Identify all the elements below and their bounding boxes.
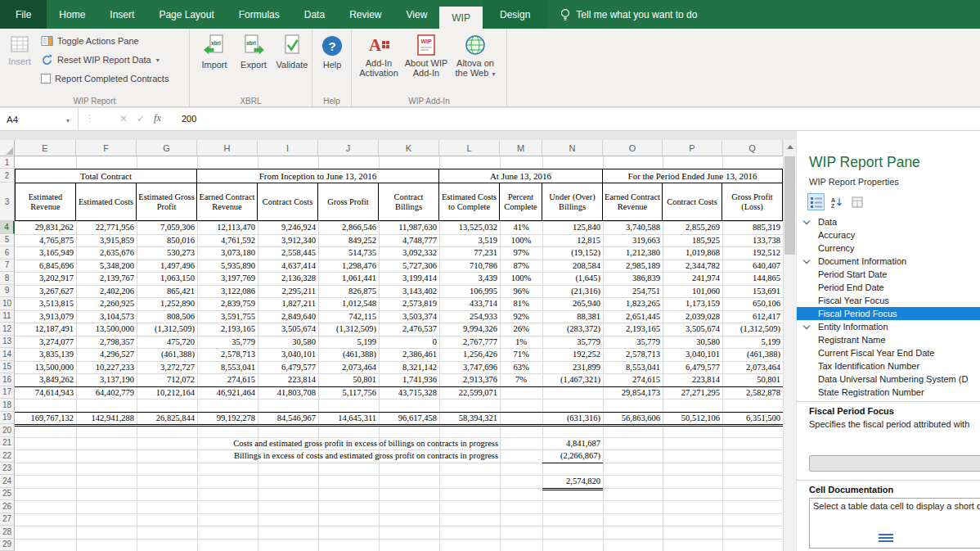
- cell-K8[interactable]: 3,199,414: [379, 272, 439, 285]
- cell-J16[interactable]: 50,801: [318, 373, 379, 386]
- cell-I6[interactable]: 2,558,445: [258, 246, 318, 260]
- cell-I9[interactable]: 2,295,211: [258, 285, 318, 298]
- column-header-F[interactable]: F: [76, 140, 137, 156]
- cell-H13[interactable]: 35,779: [197, 336, 258, 349]
- toggle-actions-pane-button[interactable]: Toggle Actions Pane: [41, 34, 139, 48]
- cell-O19[interactable]: 56,863,606: [603, 412, 663, 425]
- cell-G14[interactable]: (461,388): [137, 348, 197, 361]
- reset-wip-report-data-button[interactable]: Reset WIP Report Data ▾: [41, 52, 160, 67]
- cell-N22[interactable]: (2,266,867): [542, 449, 603, 463]
- cell-M6[interactable]: 97%: [500, 246, 542, 260]
- row-header-28[interactable]: 28: [0, 526, 15, 539]
- tree-item-current-fiscal-year-end-date[interactable]: Current Fiscal Year End Date: [797, 346, 980, 359]
- cell-J4[interactable]: 2,866,546: [318, 221, 379, 234]
- column-header-L[interactable]: L: [439, 140, 500, 156]
- row-header-24[interactable]: 24: [0, 475, 15, 488]
- cell-M5[interactable]: 100%: [500, 234, 542, 247]
- row-header-27[interactable]: 27: [0, 513, 15, 526]
- cell-P15[interactable]: 6,479,577: [663, 361, 722, 374]
- cell-L13[interactable]: 2,767,777: [439, 336, 500, 349]
- cell-P19[interactable]: 50,512,106: [663, 412, 722, 425]
- cell-N12[interactable]: (283,372): [542, 323, 603, 336]
- row-header-17[interactable]: 17: [0, 386, 15, 400]
- cell-K11[interactable]: 3,503,374: [379, 310, 439, 323]
- cell-P16[interactable]: 223,814: [663, 373, 722, 386]
- row-header-21[interactable]: 21: [0, 437, 15, 450]
- tree-category-document-information[interactable]: Document Information: [797, 255, 980, 268]
- cell-I7[interactable]: 4,637,414: [258, 260, 318, 273]
- tree-item-registrant-name[interactable]: Registrant Name: [797, 333, 980, 346]
- row-header-3[interactable]: 3: [0, 183, 15, 221]
- cell-K10[interactable]: 2,573,819: [379, 297, 439, 310]
- cell-E19[interactable]: 169,767,132: [15, 412, 76, 425]
- tree-item-currency[interactable]: Currency: [797, 242, 980, 255]
- tree-item-period-start-date[interactable]: Period Start Date: [797, 268, 980, 281]
- tell-me-box[interactable]: Tell me what you want to do: [560, 0, 697, 29]
- cell-J13[interactable]: 5,199: [318, 336, 379, 349]
- cell-I5[interactable]: 3,912,340: [258, 234, 318, 247]
- cell-I12[interactable]: 3,505,674: [258, 323, 318, 336]
- row-header-10[interactable]: 10: [0, 297, 15, 310]
- chevron-down-icon[interactable]: [803, 322, 810, 328]
- vertical-scrollbar[interactable]: [783, 140, 796, 551]
- cell-L11[interactable]: 254,933: [439, 310, 500, 323]
- cell-F12[interactable]: 13,500,000: [76, 323, 137, 336]
- cell-F8[interactable]: 2,139,767: [76, 272, 137, 285]
- column-header-K[interactable]: K: [379, 140, 439, 156]
- cell-I13[interactable]: 30,580: [258, 336, 318, 349]
- cell-H14[interactable]: 2,578,713: [197, 348, 258, 361]
- cell-O9[interactable]: 254,751: [603, 285, 663, 298]
- column-header-G[interactable]: G: [137, 140, 197, 156]
- cell-M13[interactable]: 1%: [500, 336, 542, 349]
- about-wip-addin-button[interactable]: WIP About WIP Add-In: [403, 32, 449, 94]
- cell-E10[interactable]: 3,513,815: [15, 297, 76, 310]
- cell-K12[interactable]: 2,476,537: [379, 323, 439, 336]
- tab-view[interactable]: View: [394, 0, 440, 29]
- cell-G15[interactable]: 3,272,727: [137, 361, 197, 374]
- row-header-6[interactable]: 6: [0, 246, 15, 260]
- cell-G4[interactable]: 7,059,306: [137, 221, 197, 234]
- cell-F15[interactable]: 10,227,233: [76, 361, 137, 374]
- cell-K13[interactable]: 0: [379, 336, 439, 349]
- row-header-23[interactable]: 23: [0, 463, 15, 476]
- row-header-7[interactable]: 7: [0, 260, 15, 273]
- import-button[interactable]: xbrl Import: [196, 32, 232, 94]
- cell-J17[interactable]: 5,117,756: [318, 386, 379, 400]
- cell-N7[interactable]: 208,584: [542, 260, 603, 273]
- column-label-estimated-gross-profit[interactable]: Estimated Gross Profit: [136, 183, 197, 221]
- cell-M14[interactable]: 71%: [500, 348, 542, 361]
- cell-O8[interactable]: 386,839: [603, 272, 663, 285]
- cell-H16[interactable]: 274,615: [197, 373, 258, 386]
- cell-K16[interactable]: 1,741,936: [379, 373, 439, 386]
- cell-F7[interactable]: 5,348,200: [76, 260, 137, 273]
- pane-action-button[interactable]: [809, 455, 980, 472]
- cell-E4[interactable]: 29,831,262: [15, 221, 76, 234]
- cell-G5[interactable]: 850,016: [137, 234, 197, 247]
- cell-K4[interactable]: 11,987,630: [379, 221, 439, 234]
- cell-L5[interactable]: 3,519: [439, 234, 500, 247]
- cell-H7[interactable]: 5,935,890: [197, 260, 258, 273]
- cell-I19[interactable]: 84,546,967: [258, 412, 318, 425]
- row-header-2[interactable]: 2: [0, 169, 15, 183]
- cell-G16[interactable]: 712,072: [137, 373, 197, 386]
- cell-O11[interactable]: 2,651,445: [603, 310, 663, 323]
- cell-Q8[interactable]: 144,865: [722, 272, 783, 285]
- cell-I15[interactable]: 6,479,577: [258, 361, 318, 374]
- cell-Q6[interactable]: 192,512: [722, 246, 783, 260]
- cell-O17[interactable]: 29,854,173: [603, 386, 663, 400]
- cell-Q10[interactable]: 650,106: [722, 297, 783, 310]
- cell-L10[interactable]: 433,714: [439, 297, 500, 310]
- help-button[interactable]: ? Help: [314, 32, 350, 94]
- cell-F19[interactable]: 142,941,288: [76, 412, 137, 425]
- cell-J7[interactable]: 1,298,476: [318, 260, 379, 273]
- tree-item-state-registration-number[interactable]: State Registration Number: [797, 386, 980, 399]
- cell-Q12[interactable]: (1,312,509): [722, 323, 783, 336]
- cell-I8[interactable]: 2,136,328: [258, 272, 318, 285]
- cell-K17[interactable]: 43,715,328: [379, 386, 439, 400]
- sort-alphabetical-button[interactable]: AZ: [828, 193, 845, 210]
- report-completed-contracts-checkbox[interactable]: Report Completed Contracts: [41, 71, 169, 86]
- cell-O12[interactable]: 2,193,165: [603, 323, 663, 336]
- cell-O5[interactable]: 319,663: [603, 234, 663, 247]
- merged-header-total-contract[interactable]: Total Contract: [15, 169, 197, 183]
- cell-M8[interactable]: 100%: [500, 272, 542, 285]
